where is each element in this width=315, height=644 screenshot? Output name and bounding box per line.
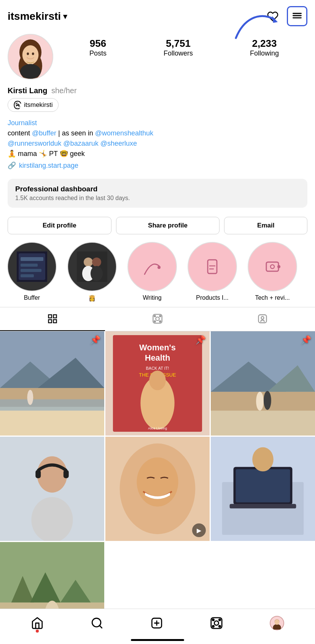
svg-text:Alice Liveing: Alice Liveing [148, 426, 167, 430]
svg-point-41 [261, 316, 264, 319]
svg-point-23 [158, 266, 161, 269]
highlight-emoji[interactable]: 👸 [65, 242, 119, 302]
svg-rect-60 [211, 410, 315, 436]
svg-point-29 [277, 265, 280, 268]
svg-text:Health: Health [145, 353, 170, 363]
following-count: 2,233 [252, 38, 277, 49]
tab-grid[interactable] [0, 307, 105, 331]
edit-profile-button[interactable]: Edit profile [8, 217, 111, 234]
svg-point-69 [31, 497, 73, 541]
avatar[interactable] [8, 34, 53, 80]
svg-rect-33 [53, 320, 56, 323]
username-dropdown-icon[interactable]: ▾ [63, 12, 67, 21]
svg-point-48 [27, 390, 33, 405]
svg-point-78 [252, 447, 274, 472]
bio-name-row: Kirsti Lang she/her [8, 86, 307, 95]
photo-cell-3[interactable]: 📌 [211, 331, 315, 436]
profile-nav-button[interactable] [267, 614, 286, 633]
dashboard-title: Professional dashboard [15, 185, 300, 193]
photo-cell-6[interactable] [211, 437, 315, 541]
photo-cell-2[interactable]: Women's Health BACK AT IT! THE SEX ISSUE… [105, 331, 210, 436]
tabs-row [0, 307, 315, 331]
photo-image-3 [211, 331, 315, 436]
highlight-buffer[interactable]: Buffer [5, 242, 59, 302]
reels-nav-button[interactable] [208, 614, 225, 632]
photo-cell-5[interactable]: ▶ [105, 437, 210, 541]
tech-icon [261, 255, 284, 278]
bio-journalist[interactable]: Journalist [8, 119, 37, 127]
photo-grid: 📌 Women's Health BACK AT IT! THE SEX ISS… [0, 331, 315, 644]
following-stat[interactable]: 2,233 Following [250, 38, 279, 57]
posts-count: 956 [90, 38, 106, 49]
svg-rect-17 [21, 274, 34, 277]
profile-section: 956 Posts 5,751 Followers 2,233 Followin… [0, 30, 315, 85]
highlight-tech[interactable]: Tech + revi... [246, 242, 299, 302]
avatar-container [8, 34, 53, 80]
svg-rect-67 [35, 470, 41, 478]
email-button[interactable]: Email [224, 217, 307, 234]
menu-icon [292, 10, 302, 21]
threads-badge[interactable]: itsmekirsti [8, 98, 59, 112]
svg-text:BACK AT IT!: BACK AT IT! [146, 366, 169, 370]
highlight-image-buffer [17, 251, 47, 282]
svg-rect-68 [64, 470, 69, 478]
products-icon [201, 255, 224, 278]
photo-inner-4 [0, 437, 104, 541]
bio-sheerluxe-link[interactable]: @sheerluxe [100, 140, 137, 147]
highlight-writing[interactable]: Writing [126, 242, 179, 302]
menu-button[interactable] [287, 6, 307, 26]
professional-dashboard[interactable]: Professional dashboard 1.5K accounts rea… [8, 179, 307, 208]
bio-runners-link[interactable]: @runnersworlduk [8, 140, 61, 147]
username-area[interactable]: itsmekirsti ▾ [8, 10, 67, 22]
highlight-label-emoji: 👸 [88, 294, 96, 302]
svg-point-11 [20, 64, 41, 79]
svg-point-99 [274, 619, 279, 625]
photo-image-6 [211, 437, 315, 541]
svg-rect-47 [0, 399, 104, 411]
notification-button[interactable] [266, 9, 280, 24]
highlight-products[interactable]: Products I... [186, 242, 239, 302]
photo-cell-1[interactable]: 📌 [0, 331, 104, 436]
svg-rect-15 [21, 264, 38, 267]
highlights-section: Buffer 👸 Writing [0, 240, 315, 307]
home-nav-button[interactable] [29, 614, 46, 632]
photo-inner-3 [211, 331, 315, 436]
svg-rect-14 [21, 257, 43, 261]
share-profile-button[interactable]: Share profile [116, 217, 220, 234]
stats-row: 956 Posts 5,751 Followers 2,233 Followin… [61, 38, 307, 57]
tab-tagged[interactable] [210, 307, 315, 331]
bio-text: Journalist content @buffer | as seen in … [8, 118, 307, 159]
highlight-circle-tech [248, 242, 297, 291]
highlight-label-buffer: Buffer [24, 294, 40, 301]
posts-stat[interactable]: 956 Posts [89, 38, 107, 57]
bio-url[interactable]: 🔗 kirstilang.start.page [8, 161, 307, 170]
photo-cell-4[interactable] [0, 437, 104, 541]
highlight-label-products: Products I... [196, 294, 228, 301]
create-nav-button[interactable] [148, 614, 165, 632]
bio-bazaar-link[interactable]: @bazaaruk [63, 140, 98, 147]
photo-image-1 [0, 331, 104, 436]
bio-line2-start: content [8, 129, 32, 137]
create-icon [150, 617, 163, 630]
home-dot [36, 630, 39, 633]
video-play-icon-5: ▶ [192, 523, 206, 537]
highlight-circle-emoji [67, 242, 117, 291]
reels-nav-icon [210, 617, 223, 630]
svg-rect-32 [49, 320, 52, 323]
svg-point-9 [32, 52, 34, 55]
avatar-image [8, 35, 52, 79]
photo-image-2: Women's Health BACK AT IT! THE SEX ISSUE… [105, 331, 210, 436]
search-nav-button[interactable] [88, 614, 106, 632]
bio-line2-mid: | as seen in [56, 129, 95, 137]
svg-point-28 [270, 265, 274, 269]
tab-reels[interactable] [105, 307, 210, 331]
threads-icon [13, 101, 22, 109]
bio-womenshealth-link[interactable]: @womenshealthuk [95, 129, 153, 137]
bio-buffer-link[interactable]: @buffer [32, 129, 56, 137]
header-icons [266, 6, 307, 26]
svg-rect-44 [0, 407, 104, 436]
followers-stat[interactable]: 5,751 Followers [164, 38, 193, 57]
svg-point-8 [27, 52, 29, 55]
bio-website-link[interactable]: kirstilang.start.page [19, 162, 78, 170]
dashboard-subtitle: 1.5K accounts reached in the last 30 day… [15, 195, 300, 202]
